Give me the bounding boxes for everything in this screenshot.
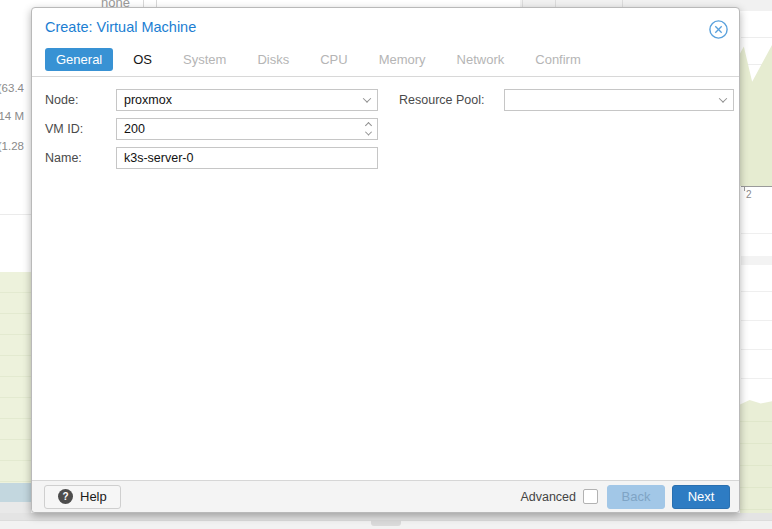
background-chart-area-right-bottom bbox=[740, 400, 772, 514]
node-combobox[interactable] bbox=[116, 89, 378, 111]
background-chart-area-left bbox=[0, 272, 31, 483]
resource-pool-row: Resource Pool: bbox=[399, 89, 737, 111]
resource-pool-input[interactable] bbox=[505, 90, 713, 110]
splitter-handle[interactable] bbox=[371, 520, 401, 526]
tab-confirm[interactable]: Confirm bbox=[535, 48, 581, 71]
chevron-down-icon[interactable] bbox=[357, 90, 377, 110]
background-chart-axis bbox=[741, 186, 772, 187]
background-axis-label: 2 bbox=[746, 189, 752, 200]
background-statusbar bbox=[0, 513, 772, 520]
screen: none (63.4 .14 M (1.28 2 Create: Virtual… bbox=[0, 0, 772, 529]
spinner-arrows-icon[interactable] bbox=[359, 119, 377, 139]
background-chart-band-left bbox=[0, 483, 31, 502]
table-column-divider bbox=[156, 0, 157, 7]
name-field[interactable] bbox=[116, 147, 378, 169]
question-mark-icon: ? bbox=[58, 489, 73, 504]
close-icon[interactable] bbox=[709, 20, 728, 39]
vmid-input[interactable] bbox=[117, 119, 359, 139]
tab-disks[interactable]: Disks bbox=[257, 48, 289, 71]
tab-cpu[interactable]: CPU bbox=[320, 48, 347, 71]
background-metric-fragment: (63.4 bbox=[0, 82, 24, 94]
create-vm-dialog: Create: Virtual Machine General OS Syste… bbox=[31, 7, 740, 513]
advanced-checkbox[interactable] bbox=[583, 489, 598, 504]
node-label: Node: bbox=[45, 93, 116, 107]
vmid-label: VM ID: bbox=[45, 122, 116, 136]
name-input[interactable] bbox=[117, 148, 377, 168]
background-panel-band bbox=[741, 256, 772, 265]
dialog-title: Create: Virtual Machine bbox=[45, 19, 196, 35]
background-table-cell-fragment: none bbox=[101, 0, 157, 7]
tab-network[interactable]: Network bbox=[457, 48, 505, 71]
tab-system[interactable]: System bbox=[183, 48, 226, 71]
resource-pool-label: Resource Pool: bbox=[399, 93, 504, 107]
tab-memory[interactable]: Memory bbox=[379, 48, 426, 71]
background-divider bbox=[0, 214, 31, 215]
node-row: Node: bbox=[45, 89, 391, 111]
help-button[interactable]: ? Help bbox=[44, 485, 121, 509]
table-column-divider bbox=[555, 0, 556, 7]
back-button[interactable]: Back bbox=[607, 485, 665, 509]
help-label: Help bbox=[80, 489, 107, 504]
wizard-tabs: General OS System Disks CPU Memory Netwo… bbox=[45, 48, 612, 71]
name-row: Name: bbox=[45, 147, 391, 169]
dialog-footer: ? Help Advanced Back Next bbox=[32, 480, 739, 512]
next-button[interactable]: Next bbox=[672, 485, 730, 509]
chevron-down-icon[interactable] bbox=[713, 90, 733, 110]
tab-general[interactable]: General bbox=[45, 48, 113, 71]
resource-pool-combobox[interactable] bbox=[504, 89, 734, 111]
table-column-divider bbox=[622, 0, 623, 7]
node-input[interactable] bbox=[117, 90, 357, 110]
table-column-divider bbox=[522, 0, 523, 7]
table-column-divider bbox=[143, 0, 144, 7]
vmid-row: VM ID: bbox=[45, 118, 391, 140]
background-axis-tick bbox=[744, 187, 745, 191]
general-tab-panel: Node: VM ID: Name: bbox=[32, 76, 739, 481]
tab-os[interactable]: OS bbox=[133, 48, 152, 71]
background-metric-fragment: .14 M bbox=[0, 110, 24, 122]
name-label: Name: bbox=[45, 151, 116, 165]
background-chart-grid bbox=[741, 205, 772, 400]
vmid-spinner[interactable] bbox=[116, 118, 378, 140]
advanced-label: Advanced bbox=[520, 490, 576, 504]
background-metric-fragment: (1.28 bbox=[0, 140, 24, 152]
